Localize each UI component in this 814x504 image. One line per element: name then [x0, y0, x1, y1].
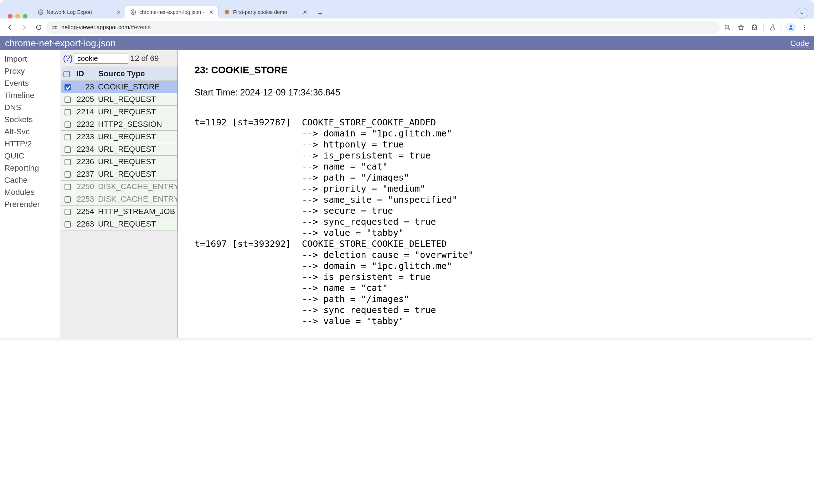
sidebar-item-dns[interactable]: DNS	[4, 102, 61, 114]
window-traffic-lights	[6, 12, 32, 19]
row-checkbox[interactable]	[65, 159, 71, 165]
sidebar-item-timeline[interactable]: Timeline	[4, 89, 61, 102]
row-source-type: URL_REQUEST	[96, 218, 177, 230]
row-source-type: COOKIE_STORE	[96, 81, 177, 93]
kebab-menu-icon[interactable]	[798, 21, 810, 33]
row-id: 2234	[74, 143, 96, 156]
table-row[interactable]: 2253DISK_CACHE_ENTRY	[61, 193, 177, 206]
zoom-icon[interactable]	[721, 21, 733, 33]
select-all-header[interactable]	[61, 67, 74, 81]
svg-point-7	[53, 26, 54, 27]
sidebar-item-proxy[interactable]: Proxy	[4, 65, 61, 77]
zoom-window-button[interactable]	[23, 14, 27, 19]
table-row[interactable]: 2234URL_REQUEST	[61, 143, 177, 156]
svg-point-8	[55, 27, 56, 28]
browser-chrome: Network Log Export ✕ chrome-net-export-l…	[0, 0, 814, 338]
table-row[interactable]: 2205URL_REQUEST	[61, 93, 177, 106]
sidebar-item-prerender[interactable]: Prerender	[4, 198, 61, 211]
code-link[interactable]: Code	[790, 39, 809, 48]
table-row[interactable]: 2232HTTP2_SESSION	[61, 118, 177, 131]
table-row[interactable]: 23COOKIE_STORE	[61, 81, 177, 93]
row-source-type: URL_REQUEST	[96, 156, 177, 168]
sidebar-item-reporting[interactable]: Reporting	[4, 162, 61, 174]
row-checkbox[interactable]	[65, 171, 71, 178]
events-panel: (?) 12 of 69 ID Source Type 23COOKIE	[61, 50, 178, 338]
svg-point-6	[228, 12, 228, 13]
tab-title: First-party cookie demo	[233, 9, 299, 15]
row-checkbox[interactable]	[65, 184, 71, 190]
sidebar-item-alt-svc[interactable]: Alt-Svc	[4, 126, 61, 138]
row-checkbox[interactable]	[65, 109, 71, 115]
page-header: chrome-net-export-log.json Code	[0, 36, 814, 50]
filter-input[interactable]	[75, 53, 128, 64]
svg-point-4	[227, 11, 228, 12]
source-column-header[interactable]: Source Type	[96, 67, 177, 81]
row-checkbox[interactable]	[65, 134, 71, 140]
tab-0[interactable]: Network Log Export ✕	[32, 6, 125, 19]
row-id: 2236	[74, 156, 96, 168]
close-window-button[interactable]	[8, 14, 12, 19]
row-source-type: URL_REQUEST	[96, 106, 177, 118]
detail-body: t=1192 [st=392787] COOKIE_STORE_COOKIE_A…	[195, 117, 474, 326]
row-checkbox[interactable]	[65, 221, 71, 228]
sidebar-item-import[interactable]: Import	[4, 53, 61, 65]
sidebar-item-sockets[interactable]: Sockets	[4, 114, 61, 126]
row-id: 2237	[74, 168, 96, 181]
row-checkbox[interactable]	[65, 121, 71, 128]
back-button[interactable]	[4, 21, 16, 34]
row-checkbox[interactable]	[65, 209, 71, 215]
table-row[interactable]: 2237URL_REQUEST	[61, 168, 177, 181]
reload-button[interactable]	[32, 21, 45, 34]
sidebar-item-quic[interactable]: QUIC	[4, 150, 61, 162]
new-tab-button[interactable]: ＋	[315, 8, 325, 19]
row-checkbox[interactable]	[65, 97, 71, 103]
labs-icon[interactable]	[767, 21, 779, 33]
row-id: 2254	[74, 206, 96, 218]
id-column-header[interactable]: ID	[74, 67, 96, 81]
minimize-window-button[interactable]	[15, 14, 20, 19]
site-info-icon[interactable]	[51, 24, 58, 31]
sidebar: Import Proxy Events Timeline DNS Sockets…	[0, 50, 61, 338]
detail-title: 23: COOKIE_STORE	[195, 65, 812, 76]
table-row[interactable]: 2250DISK_CACHE_ENTRY	[61, 181, 177, 193]
row-source-type: URL_REQUEST	[96, 93, 177, 106]
avatar-icon	[786, 22, 796, 32]
row-checkbox[interactable]	[65, 84, 71, 90]
sidebar-item-modules[interactable]: Modules	[4, 186, 61, 198]
row-id: 2233	[74, 131, 96, 143]
table-row[interactable]: 2236URL_REQUEST	[61, 156, 177, 168]
sidebar-item-http2[interactable]: HTTP/2	[4, 138, 61, 150]
tab-search-button[interactable]	[795, 8, 808, 19]
table-row[interactable]: 2263URL_REQUEST	[61, 218, 177, 230]
close-icon[interactable]: ✕	[208, 9, 214, 16]
close-icon[interactable]: ✕	[302, 9, 308, 16]
row-source-type: DISK_CACHE_ENTRY	[96, 181, 177, 193]
svg-point-10	[790, 25, 792, 27]
extensions-icon[interactable]	[748, 21, 761, 33]
tab-title: Network Log Export	[47, 9, 112, 15]
row-checkbox[interactable]	[65, 146, 71, 153]
row-source-type: URL_REQUEST	[96, 131, 177, 143]
forward-button[interactable]	[18, 21, 31, 34]
table-row[interactable]: 2233URL_REQUEST	[61, 131, 177, 143]
globe-icon	[37, 9, 44, 15]
tab-2[interactable]: First-party cookie demo ✕	[219, 6, 311, 19]
table-row[interactable]: 2214URL_REQUEST	[61, 106, 177, 118]
profile-button[interactable]	[785, 21, 797, 33]
row-checkbox[interactable]	[65, 196, 71, 203]
row-source-type: URL_REQUEST	[96, 168, 177, 181]
address-bar[interactable]: netlog-viewer.appspot.com/#events	[46, 21, 720, 34]
tab-title: chrome-net-export-log.json -	[139, 9, 205, 15]
sidebar-item-cache[interactable]: Cache	[4, 174, 61, 186]
tab-strip: Network Log Export ✕ chrome-net-export-l…	[0, 4, 814, 19]
bookmark-icon[interactable]	[735, 21, 747, 33]
tab-1[interactable]: chrome-net-export-log.json - ✕	[125, 6, 218, 19]
cookie-icon	[224, 9, 230, 15]
row-id: 2263	[74, 218, 96, 230]
table-row[interactable]: 2254HTTP_STREAM_JOB	[61, 206, 177, 218]
sidebar-item-events[interactable]: Events	[4, 77, 61, 89]
filter-help-link[interactable]: (?)	[63, 54, 73, 63]
detail-start-time: Start Time: 2024-12-09 17:34:36.845	[195, 87, 812, 98]
row-id: 2232	[74, 118, 96, 131]
svg-point-5	[226, 12, 227, 13]
